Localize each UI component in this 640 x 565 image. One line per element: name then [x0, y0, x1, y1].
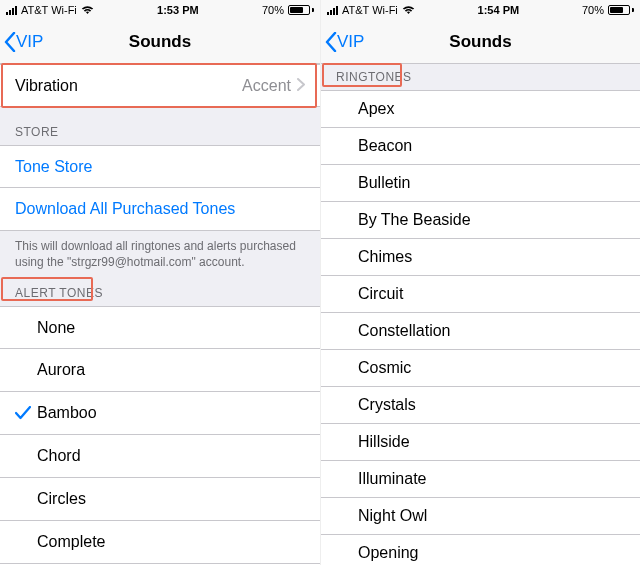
alert-tone-cell[interactable]: Chord [0, 435, 320, 478]
status-left: AT&T Wi-Fi [6, 4, 94, 16]
ringtone-label: Crystals [358, 396, 625, 414]
status-left: AT&T Wi-Fi [327, 4, 415, 16]
ringtone-cell[interactable]: Opening [321, 535, 640, 565]
alert-tone-label: Bamboo [37, 404, 305, 422]
alert-tone-cell[interactable]: Aurora [0, 349, 320, 392]
ringtone-label: Bulletin [358, 174, 625, 192]
ringtone-cell[interactable]: Chimes [321, 239, 640, 276]
ringtones-header: RINGTONES [321, 64, 640, 90]
clock: 1:53 PM [157, 4, 199, 16]
content-scroll[interactable]: RINGTONES ApexBeaconBulletinBy The Beasi… [321, 64, 640, 565]
ringtone-label: Chimes [358, 248, 625, 266]
nav-bar: VIP Sounds [0, 20, 320, 64]
ringtone-label: Night Owl [358, 507, 625, 525]
ringtone-cell[interactable]: Beacon [321, 128, 640, 165]
alert-tone-cell[interactable]: Complete [0, 521, 320, 564]
back-button[interactable]: VIP [0, 32, 43, 52]
status-right: 70% [262, 4, 314, 16]
alert-tone-label: Chord [37, 447, 305, 465]
alert-tone-cell[interactable]: None [0, 306, 320, 349]
download-footer: This will download all ringtones and ale… [0, 231, 320, 278]
screen-left: AT&T Wi-Fi 1:53 PM 70% VIP Sounds Vibrat… [0, 0, 320, 565]
content-scroll[interactable]: Vibration Accent STORE Tone Store Downlo… [0, 64, 320, 565]
signal-icon [6, 6, 17, 15]
ringtone-cell[interactable]: Apex [321, 90, 640, 128]
carrier-label: AT&T Wi-Fi [21, 4, 77, 16]
back-button[interactable]: VIP [321, 32, 364, 52]
ringtone-label: By The Beaside [358, 211, 625, 229]
alert-tone-label: Circles [37, 490, 305, 508]
vibration-cell[interactable]: Vibration Accent [0, 64, 320, 107]
ringtone-cell[interactable]: Night Owl [321, 498, 640, 535]
clock: 1:54 PM [478, 4, 520, 16]
vibration-label: Vibration [15, 77, 242, 95]
nav-bar: VIP Sounds [321, 20, 640, 64]
status-bar: AT&T Wi-Fi 1:54 PM 70% [321, 0, 640, 20]
battery-icon [288, 5, 314, 15]
chevron-left-icon [4, 32, 16, 52]
ringtone-label: Hillside [358, 433, 625, 451]
ringtone-cell[interactable]: Crystals [321, 387, 640, 424]
wifi-icon [81, 5, 94, 15]
alert-tone-cell[interactable]: Circles [0, 478, 320, 521]
back-label: VIP [337, 32, 364, 52]
battery-icon [608, 5, 634, 15]
ringtone-cell[interactable]: Constellation [321, 313, 640, 350]
page-title: Sounds [321, 32, 640, 52]
tone-store-cell[interactable]: Tone Store [0, 145, 320, 188]
status-bar: AT&T Wi-Fi 1:53 PM 70% [0, 0, 320, 20]
ringtone-cell[interactable]: Illuminate [321, 461, 640, 498]
chevron-right-icon [297, 77, 305, 95]
alert-tone-label: None [37, 319, 305, 337]
ringtone-cell[interactable]: Bulletin [321, 165, 640, 202]
download-all-cell[interactable]: Download All Purchased Tones [0, 188, 320, 231]
alert-tone-label: Aurora [37, 361, 305, 379]
wifi-icon [402, 5, 415, 15]
checkmark-icon [15, 406, 37, 420]
screen-right: AT&T Wi-Fi 1:54 PM 70% VIP Sounds RINGTO… [320, 0, 640, 565]
alert-tones-header: ALERT TONES [0, 278, 320, 306]
store-header: STORE [0, 107, 320, 145]
ringtone-label: Apex [358, 100, 625, 118]
vibration-value: Accent [242, 77, 291, 95]
ringtone-label: Circuit [358, 285, 625, 303]
ringtone-label: Beacon [358, 137, 625, 155]
ringtone-label: Illuminate [358, 470, 625, 488]
ringtone-label: Cosmic [358, 359, 625, 377]
alert-tone-label: Complete [37, 533, 305, 551]
battery-pct: 70% [262, 4, 284, 16]
alert-tones-list: NoneAuroraBambooChordCirclesCompleteHell… [0, 306, 320, 565]
ringtone-cell[interactable]: Circuit [321, 276, 640, 313]
carrier-label: AT&T Wi-Fi [342, 4, 398, 16]
ringtone-cell[interactable]: Cosmic [321, 350, 640, 387]
ringtone-cell[interactable]: Hillside [321, 424, 640, 461]
back-label: VIP [16, 32, 43, 52]
status-right: 70% [582, 4, 634, 16]
chevron-left-icon [325, 32, 337, 52]
ringtones-list: ApexBeaconBulletinBy The BeasideChimesCi… [321, 90, 640, 565]
ringtone-label: Constellation [358, 322, 625, 340]
signal-icon [327, 6, 338, 15]
page-title: Sounds [0, 32, 320, 52]
tone-store-label: Tone Store [15, 158, 305, 176]
alert-tone-cell[interactable]: Bamboo [0, 392, 320, 435]
battery-pct: 70% [582, 4, 604, 16]
download-all-label: Download All Purchased Tones [15, 200, 305, 218]
ringtone-label: Opening [358, 544, 625, 562]
ringtone-cell[interactable]: By The Beaside [321, 202, 640, 239]
